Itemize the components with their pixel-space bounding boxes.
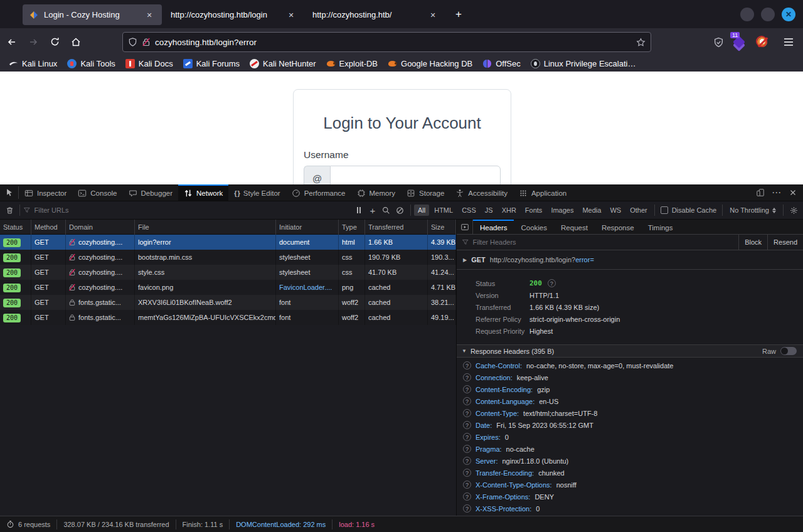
tab-close-icon[interactable]: ✕ [285, 9, 297, 21]
column-header-method[interactable]: Method [31, 220, 66, 235]
help-icon[interactable] [463, 361, 471, 370]
details-tab-request[interactable]: Request [554, 220, 595, 234]
devtools-menu-icon[interactable]: ⋯ [769, 185, 784, 200]
new-tab-button[interactable]: + [449, 5, 468, 24]
request-row-memtyags126mizpba-ufuicv[interactable]: 200GETfonts.gstatic...memtYaGs126MiZpBA-… [0, 310, 456, 325]
devtools-tab-memory[interactable]: Memory [351, 184, 402, 201]
type-filter-css[interactable]: CSS [458, 205, 480, 216]
bookmark-linux-privilege-escalati-[interactable]: Linux Privilege Escalati… [527, 58, 640, 70]
app-menu-button[interactable] [779, 33, 798, 51]
forward-button[interactable] [24, 33, 43, 51]
details-tab-headers[interactable]: Headers [473, 220, 514, 234]
devtools-tab-accessibility[interactable]: Accessibility [450, 184, 513, 201]
header-row-x-content-type-options[interactable]: X-Content-Type-Options:nosniff [457, 479, 803, 491]
back-button[interactable] [3, 33, 21, 51]
filter-urls-field[interactable] [23, 206, 352, 214]
help-icon[interactable] [463, 421, 471, 429]
request-summary-line[interactable]: ▶ GET http://cozyhosting.htb/login?error… [457, 250, 803, 270]
maximize-button[interactable] [761, 8, 775, 21]
help-icon[interactable] [463, 409, 471, 417]
column-header-initiator[interactable]: Initiator [276, 220, 339, 235]
header-row-content-type[interactable]: Content-Type:text/html;charset=UTF-8 [457, 407, 803, 419]
details-pane-toggle-icon[interactable] [457, 220, 473, 234]
devtools-tab-console[interactable]: Console [72, 184, 122, 201]
header-row-pragma[interactable]: Pragma:no-cache [457, 443, 803, 455]
header-row-cache-control[interactable]: Cache-Control:no-cache, no-store, max-ag… [457, 359, 803, 371]
filter-headers-field[interactable] [462, 238, 738, 246]
browser-tab-1[interactable]: Login - Cozy Hosting ✕ [23, 4, 162, 25]
request-row-bootstrap-min-css[interactable]: 200GETcozyhosting....bootstrap.min.cssst… [0, 250, 456, 265]
request-row-style-css[interactable]: 200GETcozyhosting....style.cssstylesheet… [0, 265, 456, 280]
type-filter-html[interactable]: HTML [430, 205, 457, 216]
column-header-status[interactable]: Status [0, 220, 31, 235]
devtools-tab-performance[interactable]: Performance [286, 184, 351, 201]
browser-tab-2[interactable]: http://cozyhosting.htb/login ✕ [164, 4, 304, 25]
add-request-icon[interactable]: + [366, 203, 380, 217]
responsive-mode-icon[interactable] [753, 185, 768, 200]
type-filter-other[interactable]: Other [626, 205, 651, 216]
filter-urls-input[interactable] [35, 206, 352, 214]
header-row-date[interactable]: Date:Fri, 15 Sep 2023 06:55:12 GMT [457, 419, 803, 431]
request-row-xrxv3i6li01bkofineab-wof[interactable]: 200GETfonts.gstatic...XRXV3I6Li01BKofINe… [0, 295, 456, 310]
devtools-tab-debugger[interactable]: Debugger [123, 184, 179, 201]
username-input[interactable] [330, 166, 501, 184]
clear-requests-icon[interactable] [3, 203, 16, 217]
help-icon[interactable] [463, 469, 471, 477]
help-icon[interactable] [463, 492, 471, 501]
header-row-expires[interactable]: Expires:0 [457, 431, 803, 443]
help-icon[interactable] [463, 433, 471, 441]
details-tab-cookies[interactable]: Cookies [514, 220, 554, 234]
type-filter-all[interactable]: All [414, 205, 429, 216]
throttling-dropdown[interactable]: No Throttling [726, 206, 780, 214]
devtools-tab-style-editor[interactable]: { }Style Editor [228, 184, 285, 201]
search-icon[interactable] [380, 203, 393, 217]
bookmark-kali-docs[interactable]: Kali Docs [122, 58, 177, 70]
devtools-tab-network[interactable]: Network [178, 184, 228, 201]
devtools-close-icon[interactable] [785, 185, 800, 200]
column-header-transferred[interactable]: Transferred [365, 220, 428, 235]
help-icon[interactable] [463, 397, 471, 405]
pause-traffic-icon[interactable] [352, 203, 366, 217]
column-header-size[interactable]: Size [428, 220, 456, 235]
bookmark-offsec[interactable]: OffSec [479, 58, 524, 70]
type-filter-xhr[interactable]: XHR [498, 205, 520, 216]
extension-icon[interactable]: 11 [733, 35, 747, 49]
help-icon[interactable] [463, 504, 471, 513]
reload-button[interactable] [45, 33, 64, 51]
window-close-button[interactable]: ✕ [782, 8, 795, 21]
disable-cache-control[interactable]: Disable Cache [658, 206, 720, 214]
bookmark-kali-tools[interactable]: Kali Tools [63, 58, 119, 70]
url-text[interactable]: cozyhosting.htb/login?error [155, 38, 631, 47]
bookmark-google-hacking-db[interactable]: Google Hacking DB [384, 58, 476, 70]
element-picker-icon[interactable] [0, 186, 19, 199]
block-button[interactable]: Block [738, 235, 767, 250]
bookmark-exploit-db[interactable]: Exploit-DB [322, 58, 381, 70]
help-icon[interactable] [463, 457, 471, 465]
header-row-transfer-encoding[interactable]: Transfer-Encoding:chunked [457, 467, 803, 479]
raw-toggle-switch[interactable] [780, 347, 797, 355]
type-filter-ws[interactable]: WS [606, 205, 625, 216]
devtools-tab-application[interactable]: Application [513, 184, 572, 201]
help-icon[interactable] [548, 279, 556, 287]
type-filter-images[interactable]: Images [547, 205, 577, 216]
resend-button[interactable]: Resend [767, 235, 803, 250]
column-header-type[interactable]: Type [339, 220, 365, 235]
details-tab-timings[interactable]: Timings [641, 220, 680, 234]
type-filter-fonts[interactable]: Fonts [521, 205, 546, 216]
column-header-domain[interactable]: Domain [66, 220, 135, 235]
type-filter-js[interactable]: JS [481, 205, 497, 216]
request-row-favicon-png[interactable]: 200GETcozyhosting....favicon.pngFaviconL… [0, 280, 456, 295]
request-row-login-error[interactable]: 200GETcozyhosting....login?errordocument… [0, 235, 456, 250]
tab-close-icon[interactable]: ✕ [427, 9, 439, 21]
help-icon[interactable] [463, 373, 471, 381]
help-icon[interactable] [463, 385, 471, 393]
network-settings-gear-icon[interactable] [787, 203, 800, 217]
bookmark-kali-forums[interactable]: Kali Forums [179, 58, 243, 70]
header-row-server[interactable]: Server:nginx/1.18.0 (Ubuntu) [457, 455, 803, 467]
help-icon[interactable] [463, 445, 471, 453]
permissions-shield-icon[interactable] [713, 37, 724, 48]
bookmark-star-icon[interactable] [636, 38, 646, 47]
bookmark-kali-nethunter[interactable]: Kali NetHunter [246, 58, 320, 70]
header-row-content-language[interactable]: Content-Language:en-US [457, 395, 803, 407]
browser-tab-3[interactable]: http://cozyhosting.htb/ ✕ [306, 4, 445, 25]
